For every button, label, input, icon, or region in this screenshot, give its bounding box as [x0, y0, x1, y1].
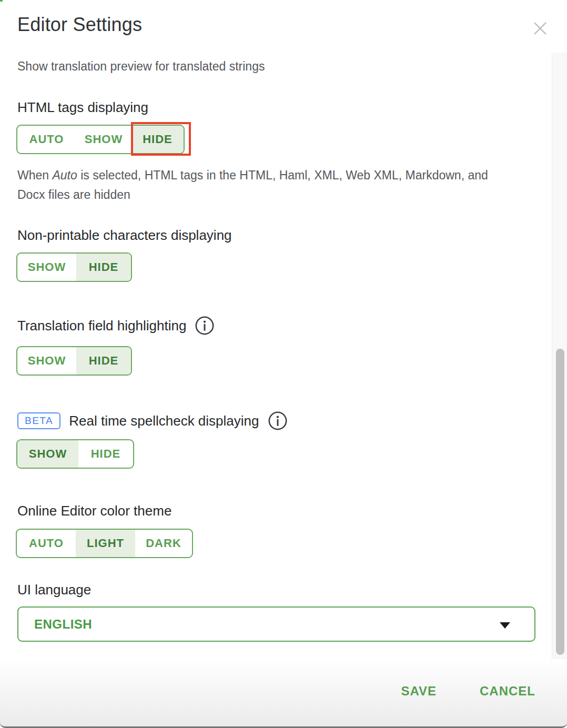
scrollbar-track[interactable]	[552, 53, 567, 659]
non-printable-option-hide[interactable]: HIDE	[76, 254, 131, 281]
cancel-button[interactable]: CANCEL	[480, 684, 535, 699]
ui-language-value: ENGLISH	[18, 617, 92, 632]
color-theme-option-dark[interactable]: DARK	[135, 530, 192, 557]
spellcheck-label: Real time spellcheck displaying	[69, 413, 259, 429]
screenshot-corner-artifact	[0, 0, 3, 2]
ui-language-label: UI language	[17, 582, 91, 598]
field-highlighting-toggle-group: SHOW HIDE	[16, 346, 132, 376]
dialog-title: Editor Settings	[17, 14, 142, 36]
field-highlighting-option-hide[interactable]: HIDE	[76, 347, 131, 375]
spellcheck-option-show[interactable]: SHOW	[17, 440, 78, 468]
editor-settings-dialog: Editor Settings Show translation preview…	[0, 0, 567, 728]
field-highlighting-row: Translation field highlighting	[17, 316, 215, 336]
close-icon[interactable]	[529, 17, 551, 39]
color-theme-toggle-group: AUTO LIGHT DARK	[16, 529, 193, 558]
footer-buttons: SAVE CANCEL	[401, 684, 535, 699]
color-theme-label: Online Editor color theme	[17, 503, 171, 519]
html-tags-label: HTML tags displaying	[17, 99, 148, 116]
html-tags-option-hide[interactable]: HIDE	[131, 126, 184, 153]
beta-badge: BETA	[17, 412, 60, 429]
field-highlighting-option-show[interactable]: SHOW	[17, 347, 76, 375]
non-printable-toggle-group: SHOW HIDE	[16, 252, 132, 282]
caret-down-icon	[500, 622, 510, 629]
non-printable-option-show[interactable]: SHOW	[17, 254, 76, 281]
color-theme-option-auto[interactable]: AUTO	[17, 530, 76, 557]
ui-language-select[interactable]: ENGLISH	[17, 606, 535, 642]
color-theme-option-light[interactable]: LIGHT	[76, 530, 135, 557]
info-circle-icon[interactable]	[268, 411, 288, 431]
html-tags-toggle-group: AUTO SHOW HIDE	[16, 125, 185, 154]
save-button[interactable]: SAVE	[401, 684, 437, 699]
field-highlighting-label: Translation field highlighting	[17, 318, 186, 334]
non-printable-label: Non-printable characters displaying	[17, 227, 232, 244]
info-circle-icon[interactable]	[195, 316, 215, 336]
spellcheck-option-hide[interactable]: HIDE	[78, 440, 133, 468]
spellcheck-row: BETA Real time spellcheck displaying	[17, 411, 288, 431]
html-tags-option-auto[interactable]: AUTO	[17, 126, 76, 153]
html-tags-option-show[interactable]: SHOW	[76, 126, 131, 153]
translation-preview-label: Show translation preview for translated …	[17, 59, 265, 74]
html-tags-description: When Auto is selected, HTML tags in the …	[17, 166, 514, 205]
spellcheck-toggle-group: SHOW HIDE	[16, 439, 134, 469]
scrollbar-thumb[interactable]	[556, 349, 564, 655]
